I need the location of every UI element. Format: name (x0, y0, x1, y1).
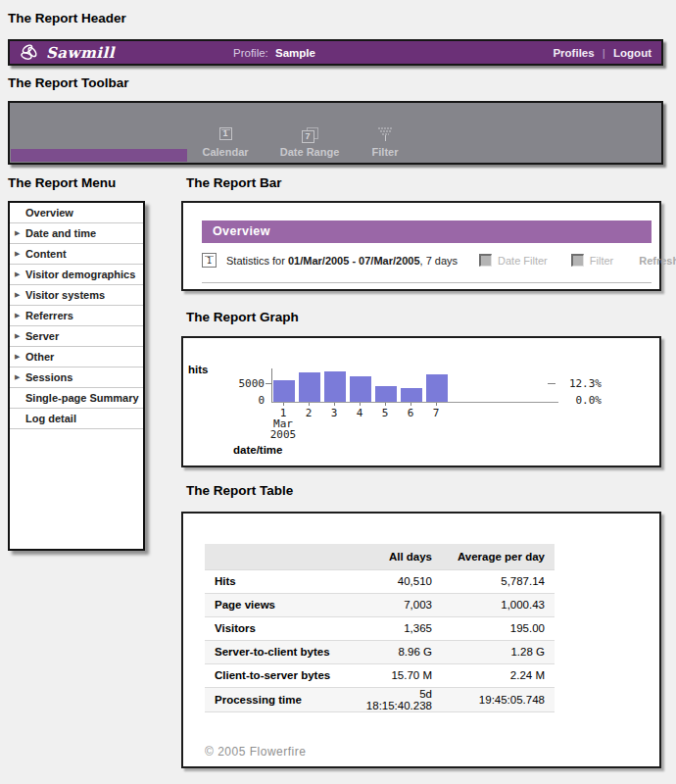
statistics-row: 1 Statistics for 01/Mar/2005 - 07/Mar/20… (202, 253, 676, 268)
table-row: Visitors1,365195.00 (205, 616, 555, 640)
menu-item-sessions[interactable]: ▶Sessions (10, 368, 143, 388)
xtick-mark (410, 403, 411, 406)
expand-arrow-icon: ▶ (15, 223, 20, 243)
brand-logo-link[interactable]: Sawmill (20, 43, 115, 63)
xtick-label: 5 (375, 407, 395, 419)
copyright-footer: © 2005 Flowerfire (205, 745, 306, 759)
chart-bar (375, 386, 397, 402)
logout-link[interactable]: Logout (613, 47, 652, 59)
report-menu: Overview ▶Date and time ▶Content ▶Visito… (8, 201, 145, 551)
section-heading-bar: The Report Bar (186, 175, 282, 190)
xtick-label: 7 (426, 407, 446, 419)
ytick-0: 0 (217, 394, 265, 407)
expand-arrow-icon: ▶ (15, 368, 20, 387)
right-axis-tick (548, 383, 555, 384)
section-heading-header: The Report Header (8, 11, 126, 25)
filter-button[interactable]: Filter (351, 127, 419, 158)
report-bar-divider (202, 282, 652, 283)
chart-ylabel: hits (188, 364, 208, 375)
menu-item-visitor-demographics[interactable]: ▶Visitor demographics (10, 265, 143, 285)
profile-label: Profile: (233, 47, 268, 59)
profile-value: Sample (275, 47, 315, 59)
sawmill-logo-icon (20, 43, 41, 63)
toolbar-accent-strip (11, 149, 187, 162)
section-heading-toolbar: The Report Toolbar (8, 75, 129, 90)
table-row: Server-to-client bytes8.96 G1.28 G (205, 640, 555, 663)
xtick-label: 6 (401, 407, 420, 419)
xtick-label: 3 (324, 407, 344, 419)
brand-name: Sawmill (46, 44, 115, 62)
menu-item-date-and-time[interactable]: ▶Date and time (10, 223, 143, 244)
calendar-icon: 1 (219, 127, 232, 140)
report-bar-panel: Overview 1 Statistics for 01/Mar/2005 - … (181, 201, 661, 291)
section-heading-menu: The Report Menu (8, 175, 116, 190)
x-period-year: 2005 (264, 428, 303, 441)
section-heading-table: The Report Table (186, 483, 293, 498)
expand-arrow-icon: ▶ (15, 306, 20, 325)
expand-arrow-icon: ▶ (15, 347, 20, 367)
link-separator: | (603, 47, 605, 59)
xtick-mark (334, 403, 335, 406)
filter-label: Filter (590, 255, 613, 267)
table-row: Processing time5d 18:15:40.23819:45:05.7… (205, 687, 555, 711)
chart-plot (271, 368, 558, 403)
chart-bar (324, 371, 346, 402)
report-table-panel: All days Average per day Hits40,5105,787… (181, 512, 661, 768)
profile-status: Profile: Sample (233, 47, 315, 59)
table-row: Client-to-server bytes15.70 M2.24 M (205, 663, 555, 687)
section-heading-graph: The Report Graph (186, 310, 299, 324)
col-average-per-day: Average per day (432, 544, 555, 569)
page: The Report Header The Report Toolbar The… (0, 0, 676, 784)
date-range-button-label: Date Range (263, 146, 357, 158)
profiles-link[interactable]: Profiles (553, 47, 594, 59)
calendar-button-label: Calendar (184, 146, 266, 158)
xtick-mark (309, 403, 310, 406)
statistics-text: Statistics for 01/Mar/2005 - 07/Mar/2005… (226, 255, 458, 267)
report-calendar-icon: 1 (202, 253, 217, 268)
table-row: Page views7,0031,000.43 (205, 593, 555, 616)
chart-bar (350, 376, 371, 402)
table-row: Hits40,5105,787.14 (205, 569, 555, 593)
menu-item-log-detail[interactable]: Log detail (10, 409, 143, 429)
report-header-bar: Sawmill Profile: Sample Profiles | Logou… (8, 39, 663, 66)
xtick-label: 4 (350, 407, 369, 419)
menu-item-content[interactable]: ▶Content (10, 244, 143, 265)
chart-bar (273, 380, 295, 402)
date-range-icon: 7 (302, 127, 318, 143)
xtick-mark (360, 403, 361, 406)
menu-item-server[interactable]: ▶Server (10, 326, 143, 347)
date-filter-label: Date Filter (498, 255, 548, 267)
col-all-days: All days (352, 544, 432, 569)
expand-arrow-icon: ▶ (15, 244, 20, 264)
menu-item-overview[interactable]: Overview (10, 203, 143, 223)
date-filter-checkbox[interactable] (479, 254, 492, 267)
chart-bar (401, 388, 422, 402)
statistics-date-range: 01/Mar/2005 - 07/Mar/2005 (288, 255, 420, 267)
date-range-button[interactable]: 7 Date Range (263, 127, 357, 158)
xtick-mark (385, 403, 386, 406)
xtick-mark (436, 403, 437, 406)
report-toolbar: 1 Calendar 7 Date Range (8, 101, 663, 165)
filter-icon (377, 127, 394, 142)
menu-item-single-page-summary[interactable]: Single-page Summary (10, 388, 143, 409)
calendar-button[interactable]: 1 Calendar (184, 127, 266, 158)
xtick-mark (283, 403, 284, 406)
report-graph-panel: hits 5000 0 12.3% 0.0% Mar 2005 date/tim… (181, 336, 661, 467)
expand-arrow-icon: ▶ (15, 285, 20, 305)
chart-bar (299, 372, 320, 402)
menu-item-visitor-systems[interactable]: ▶Visitor systems (10, 285, 143, 306)
refresh-button[interactable]: Refresh (639, 255, 676, 267)
menu-item-referrers[interactable]: ▶Referrers (10, 306, 143, 326)
filter-checkbox[interactable] (571, 254, 584, 267)
table-header-row: All days Average per day (205, 544, 555, 569)
ytick-5000: 5000 (217, 377, 265, 390)
header-links: Profiles | Logout (553, 47, 652, 59)
report-title-bar: Overview (202, 220, 652, 243)
filter-button-label: Filter (351, 146, 419, 158)
xtick-label: 2 (299, 407, 318, 419)
expand-arrow-icon: ▶ (15, 326, 20, 346)
menu-item-other[interactable]: ▶Other (10, 347, 143, 368)
right-axis-top-label: 12.3% (560, 377, 602, 390)
expand-arrow-icon: ▶ (15, 265, 20, 284)
chart-xlabel: date/time (233, 444, 283, 456)
